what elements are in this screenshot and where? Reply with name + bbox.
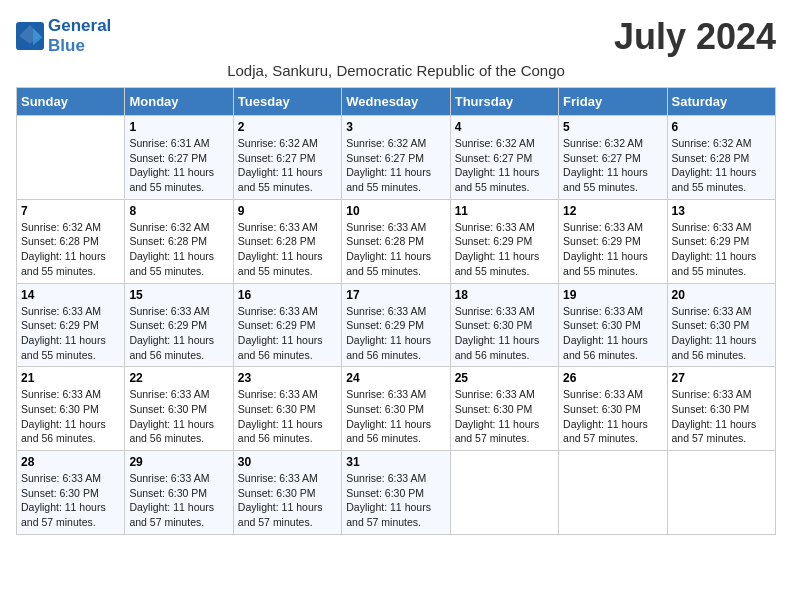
cell-details: Sunrise: 6:33 AMSunset: 6:30 PMDaylight:…: [238, 471, 337, 530]
cell-details: Sunrise: 6:32 AMSunset: 6:27 PMDaylight:…: [346, 136, 445, 195]
day-number: 15: [129, 288, 228, 302]
header-day-friday: Friday: [559, 88, 667, 116]
cell-details: Sunrise: 6:33 AMSunset: 6:29 PMDaylight:…: [346, 304, 445, 363]
cell-details: Sunrise: 6:33 AMSunset: 6:30 PMDaylight:…: [672, 387, 771, 446]
day-number: 11: [455, 204, 554, 218]
day-number: 7: [21, 204, 120, 218]
calendar-cell: 9Sunrise: 6:33 AMSunset: 6:28 PMDaylight…: [233, 199, 341, 283]
cell-details: Sunrise: 6:33 AMSunset: 6:30 PMDaylight:…: [238, 387, 337, 446]
calendar-cell: 2Sunrise: 6:32 AMSunset: 6:27 PMDaylight…: [233, 116, 341, 200]
calendar-cell: [450, 451, 558, 535]
cell-details: Sunrise: 6:33 AMSunset: 6:30 PMDaylight:…: [563, 387, 662, 446]
cell-details: Sunrise: 6:33 AMSunset: 6:30 PMDaylight:…: [346, 471, 445, 530]
calendar-cell: 27Sunrise: 6:33 AMSunset: 6:30 PMDayligh…: [667, 367, 775, 451]
week-row-5: 28Sunrise: 6:33 AMSunset: 6:30 PMDayligh…: [17, 451, 776, 535]
day-number: 31: [346, 455, 445, 469]
day-number: 20: [672, 288, 771, 302]
day-number: 16: [238, 288, 337, 302]
day-number: 3: [346, 120, 445, 134]
day-number: 9: [238, 204, 337, 218]
calendar-cell: 28Sunrise: 6:33 AMSunset: 6:30 PMDayligh…: [17, 451, 125, 535]
calendar-cell: 13Sunrise: 6:33 AMSunset: 6:29 PMDayligh…: [667, 199, 775, 283]
cell-details: Sunrise: 6:32 AMSunset: 6:28 PMDaylight:…: [21, 220, 120, 279]
logo-text: General Blue: [48, 16, 111, 56]
cell-details: Sunrise: 6:33 AMSunset: 6:29 PMDaylight:…: [129, 304, 228, 363]
day-number: 17: [346, 288, 445, 302]
cell-details: Sunrise: 6:33 AMSunset: 6:28 PMDaylight:…: [238, 220, 337, 279]
day-number: 22: [129, 371, 228, 385]
header-day-thursday: Thursday: [450, 88, 558, 116]
day-number: 6: [672, 120, 771, 134]
cell-details: Sunrise: 6:33 AMSunset: 6:29 PMDaylight:…: [238, 304, 337, 363]
day-number: 5: [563, 120, 662, 134]
calendar-cell: 31Sunrise: 6:33 AMSunset: 6:30 PMDayligh…: [342, 451, 450, 535]
calendar-cell: 5Sunrise: 6:32 AMSunset: 6:27 PMDaylight…: [559, 116, 667, 200]
header-day-sunday: Sunday: [17, 88, 125, 116]
day-number: 18: [455, 288, 554, 302]
calendar-cell: [17, 116, 125, 200]
calendar-table: SundayMondayTuesdayWednesdayThursdayFrid…: [16, 87, 776, 535]
header: General Blue July 2024: [16, 16, 776, 58]
cell-details: Sunrise: 6:32 AMSunset: 6:27 PMDaylight:…: [563, 136, 662, 195]
week-row-4: 21Sunrise: 6:33 AMSunset: 6:30 PMDayligh…: [17, 367, 776, 451]
cell-details: Sunrise: 6:32 AMSunset: 6:28 PMDaylight:…: [672, 136, 771, 195]
logo-icon: [16, 22, 44, 50]
calendar-cell: 23Sunrise: 6:33 AMSunset: 6:30 PMDayligh…: [233, 367, 341, 451]
header-day-saturday: Saturday: [667, 88, 775, 116]
day-number: 12: [563, 204, 662, 218]
calendar-cell: 11Sunrise: 6:33 AMSunset: 6:29 PMDayligh…: [450, 199, 558, 283]
calendar-cell: 24Sunrise: 6:33 AMSunset: 6:30 PMDayligh…: [342, 367, 450, 451]
cell-details: Sunrise: 6:32 AMSunset: 6:28 PMDaylight:…: [129, 220, 228, 279]
calendar-cell: 22Sunrise: 6:33 AMSunset: 6:30 PMDayligh…: [125, 367, 233, 451]
cell-details: Sunrise: 6:33 AMSunset: 6:30 PMDaylight:…: [455, 304, 554, 363]
cell-details: Sunrise: 6:32 AMSunset: 6:27 PMDaylight:…: [238, 136, 337, 195]
day-number: 25: [455, 371, 554, 385]
header-day-monday: Monday: [125, 88, 233, 116]
cell-details: Sunrise: 6:33 AMSunset: 6:29 PMDaylight:…: [672, 220, 771, 279]
cell-details: Sunrise: 6:33 AMSunset: 6:30 PMDaylight:…: [455, 387, 554, 446]
day-number: 23: [238, 371, 337, 385]
header-day-tuesday: Tuesday: [233, 88, 341, 116]
day-number: 26: [563, 371, 662, 385]
logo: General Blue: [16, 16, 111, 56]
header-row: SundayMondayTuesdayWednesdayThursdayFrid…: [17, 88, 776, 116]
calendar-cell: 12Sunrise: 6:33 AMSunset: 6:29 PMDayligh…: [559, 199, 667, 283]
calendar-cell: 17Sunrise: 6:33 AMSunset: 6:29 PMDayligh…: [342, 283, 450, 367]
day-number: 30: [238, 455, 337, 469]
day-number: 24: [346, 371, 445, 385]
calendar-cell: 18Sunrise: 6:33 AMSunset: 6:30 PMDayligh…: [450, 283, 558, 367]
day-number: 10: [346, 204, 445, 218]
month-title: July 2024: [614, 16, 776, 58]
cell-details: Sunrise: 6:33 AMSunset: 6:29 PMDaylight:…: [563, 220, 662, 279]
day-number: 13: [672, 204, 771, 218]
calendar-cell: 19Sunrise: 6:33 AMSunset: 6:30 PMDayligh…: [559, 283, 667, 367]
cell-details: Sunrise: 6:33 AMSunset: 6:29 PMDaylight:…: [21, 304, 120, 363]
calendar-cell: 30Sunrise: 6:33 AMSunset: 6:30 PMDayligh…: [233, 451, 341, 535]
cell-details: Sunrise: 6:33 AMSunset: 6:30 PMDaylight:…: [129, 387, 228, 446]
calendar-cell: 1Sunrise: 6:31 AMSunset: 6:27 PMDaylight…: [125, 116, 233, 200]
calendar-cell: 29Sunrise: 6:33 AMSunset: 6:30 PMDayligh…: [125, 451, 233, 535]
day-number: 21: [21, 371, 120, 385]
location-title: Lodja, Sankuru, Democratic Republic of t…: [16, 62, 776, 79]
cell-details: Sunrise: 6:31 AMSunset: 6:27 PMDaylight:…: [129, 136, 228, 195]
cell-details: Sunrise: 6:33 AMSunset: 6:28 PMDaylight:…: [346, 220, 445, 279]
cell-details: Sunrise: 6:33 AMSunset: 6:29 PMDaylight:…: [455, 220, 554, 279]
day-number: 1: [129, 120, 228, 134]
day-number: 28: [21, 455, 120, 469]
calendar-cell: 14Sunrise: 6:33 AMSunset: 6:29 PMDayligh…: [17, 283, 125, 367]
calendar-cell: 10Sunrise: 6:33 AMSunset: 6:28 PMDayligh…: [342, 199, 450, 283]
week-row-1: 1Sunrise: 6:31 AMSunset: 6:27 PMDaylight…: [17, 116, 776, 200]
week-row-3: 14Sunrise: 6:33 AMSunset: 6:29 PMDayligh…: [17, 283, 776, 367]
day-number: 14: [21, 288, 120, 302]
calendar-cell: 6Sunrise: 6:32 AMSunset: 6:28 PMDaylight…: [667, 116, 775, 200]
day-number: 29: [129, 455, 228, 469]
header-day-wednesday: Wednesday: [342, 88, 450, 116]
calendar-cell: [559, 451, 667, 535]
day-number: 27: [672, 371, 771, 385]
day-number: 4: [455, 120, 554, 134]
day-number: 19: [563, 288, 662, 302]
calendar-cell: 16Sunrise: 6:33 AMSunset: 6:29 PMDayligh…: [233, 283, 341, 367]
cell-details: Sunrise: 6:33 AMSunset: 6:30 PMDaylight:…: [21, 387, 120, 446]
day-number: 2: [238, 120, 337, 134]
cell-details: Sunrise: 6:33 AMSunset: 6:30 PMDaylight:…: [346, 387, 445, 446]
